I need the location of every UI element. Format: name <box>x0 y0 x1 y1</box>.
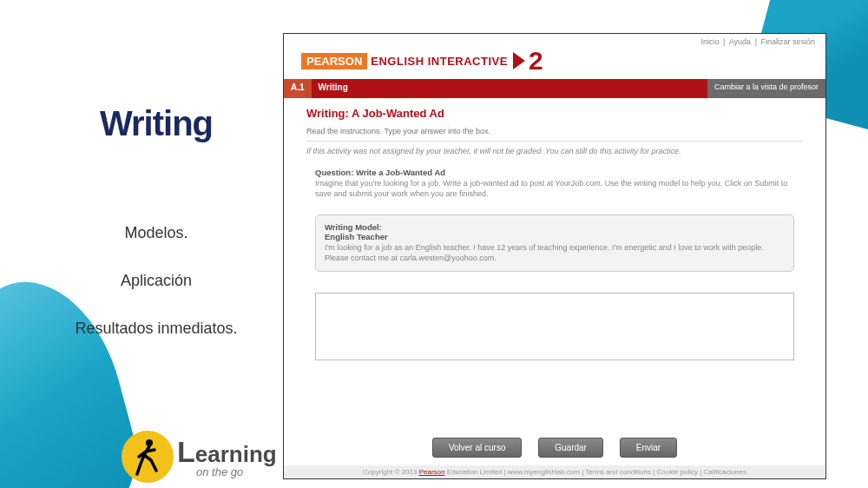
teacher-view-button[interactable]: Cambiar a la vista de profesor <box>707 79 825 98</box>
slide-bullets: Modelos. Aplicación Resultados inmediato… <box>52 221 260 340</box>
activity-note: If this activity was not assigned by you… <box>306 147 803 155</box>
submit-button[interactable]: Enviar <box>620 438 677 458</box>
slide-left-column: Writing Modelos. Aplicación Resultados i… <box>52 104 260 365</box>
copyright-rest: Education Limited | www.myenglishlab.com… <box>444 468 746 476</box>
logo-circle-icon <box>122 431 174 483</box>
activity-title: Writing: A Job-Wanted Ad <box>306 107 803 120</box>
section-name: Writing <box>312 79 707 98</box>
logo-text: Learning on the go <box>177 437 277 478</box>
logo-L: L <box>177 435 195 468</box>
brand-header: PEARSON ENGLISH INTERACTIVE 2 <box>284 46 825 79</box>
section-code: A.1 <box>284 79 312 98</box>
walking-person-icon <box>132 438 163 476</box>
bullet-1: Modelos. <box>52 221 260 245</box>
section-bar: A.1 Writing Cambiar a la vista de profes… <box>284 79 825 98</box>
brand-pearson: PEARSON <box>301 53 367 69</box>
button-bar: Volver al curso Guardar Enviar <box>284 438 825 458</box>
bullet-2: Aplicación <box>52 269 260 293</box>
activity-instructions: Read the instructions. Type your answer … <box>306 127 803 142</box>
copyright-prefix: Copyright © 2013 <box>363 468 419 476</box>
question-text: Imagine that you're looking for a job. W… <box>315 179 794 199</box>
app-frame: Inicio | Ayuda | Finalizar sesión PEARSO… <box>283 33 826 479</box>
model-label: Writing Model: <box>325 222 785 232</box>
save-button[interactable]: Guardar <box>538 438 603 458</box>
question-title: Question: Write a Job-Wanted Ad <box>315 168 794 177</box>
copyright-pearson-link[interactable]: Pearson <box>419 468 445 476</box>
model-heading: English Teacher <box>325 232 785 241</box>
top-nav: Inicio | Ayuda | Finalizar sesión <box>284 34 825 46</box>
nav-help[interactable]: Ayuda <box>727 37 753 46</box>
bullet-3: Resultados inmediatos. <box>52 317 260 340</box>
learning-on-the-go-logo: Learning on the go <box>122 431 277 483</box>
slide-title: Writing <box>52 104 260 143</box>
brand-arrow-icon <box>513 52 525 69</box>
nav-logout[interactable]: Finalizar sesión <box>759 37 817 46</box>
back-button[interactable]: Volver al curso <box>432 438 523 458</box>
activity-content: Writing: A Job-Wanted Ad Read the instru… <box>284 98 825 366</box>
brand-english-interactive: ENGLISH INTERACTIVE <box>371 55 508 68</box>
nav-home[interactable]: Inicio <box>699 37 720 46</box>
brand-level: 2 <box>529 48 543 74</box>
logo-earning: earning <box>195 441 277 467</box>
model-text: I'm looking for a job as an English teac… <box>325 243 785 263</box>
copyright-footer: Copyright © 2013 Pearson Education Limit… <box>284 465 825 478</box>
answer-textarea[interactable] <box>315 293 794 360</box>
writing-model-box: Writing Model: English Teacher I'm looki… <box>315 214 794 271</box>
question-block: Question: Write a Job-Wanted Ad Imagine … <box>315 168 794 199</box>
